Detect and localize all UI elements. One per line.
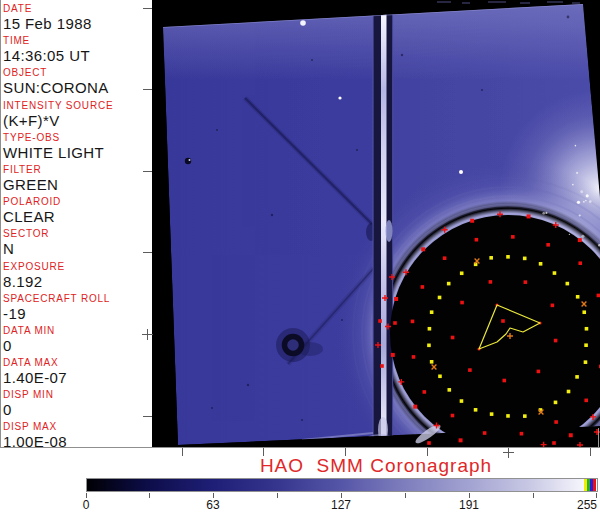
fiducial-marker <box>460 301 464 305</box>
colorbar-tick-label: 0 <box>80 499 92 511</box>
meta-entry-spacecraft-roll: SPACECRAFT ROLL -19 <box>0 292 152 324</box>
fiducial-marker <box>468 368 472 372</box>
window-border-left <box>0 0 1 447</box>
glow-speckle <box>589 200 592 203</box>
glow-speckle <box>580 190 583 193</box>
meta-value: 1.00E-08 <box>3 433 152 451</box>
fiducial-marker <box>490 412 494 416</box>
fiducial-marker <box>421 285 425 289</box>
coronagraph-image <box>152 0 600 448</box>
meta-entry-type-obs: TYPE-OBS WHITE LIGHT <box>0 131 152 163</box>
fiducial-marker <box>511 235 515 239</box>
fiducial-marker <box>597 294 600 298</box>
meta-label: OBJECT <box>3 66 152 79</box>
meta-label: POLAROID <box>3 195 152 208</box>
fiducial-marker <box>569 433 573 437</box>
meta-label: DISP MIN <box>3 388 152 401</box>
fiducial-marker <box>460 271 464 275</box>
colorbar-tick-label: 255 <box>575 499 599 511</box>
meta-entry-disp-min: DISP MIN 0 <box>0 388 152 420</box>
fiducial-marker <box>378 319 382 323</box>
fiducial-marker <box>451 414 455 418</box>
glow-speckle <box>585 200 586 201</box>
glow-speckle <box>576 172 578 174</box>
meta-label: DISP MAX <box>3 420 152 433</box>
axis-tick <box>143 89 152 90</box>
fiducial-marker <box>451 336 455 340</box>
bright-spot <box>338 96 341 99</box>
meta-entry-object: OBJECT SUN:CORONA <box>0 66 152 98</box>
fiducial-marker <box>393 321 397 325</box>
meta-value: SUN:CORONA <box>3 79 152 97</box>
fiducial-marker <box>554 420 558 424</box>
meta-label: DATE <box>3 2 152 15</box>
pylon-bright-line <box>381 3 387 441</box>
glow-speckle <box>577 201 580 204</box>
fiducial-marker <box>411 320 415 324</box>
meta-label: EXPOSURE <box>3 260 152 273</box>
fiducial-marker <box>546 243 550 247</box>
meta-value: N <box>3 240 152 258</box>
meta-entry-sector: SECTOR N <box>0 227 152 259</box>
colorbar-tick <box>277 493 278 498</box>
fiducial-marker <box>576 295 580 299</box>
fiducial-marker <box>475 238 479 242</box>
meta-entry-time: TIME 14:36:05 UT <box>0 34 152 66</box>
meta-label: TIME <box>3 34 152 47</box>
fiducial-marker <box>506 414 510 418</box>
meta-label: DATA MAX <box>3 356 152 369</box>
glow-speckle <box>581 235 584 238</box>
meta-value: 14:36:05 UT <box>3 47 152 65</box>
fiducial-marker <box>443 256 447 260</box>
fiducial-marker <box>470 219 474 223</box>
fiducial-marker <box>428 327 432 331</box>
meta-value: 0 <box>3 337 152 355</box>
glow-speckle <box>542 212 545 215</box>
colorbar-tick <box>149 493 150 498</box>
fiducial-marker <box>585 327 589 331</box>
meta-value: 8.192 <box>3 273 152 291</box>
plot-frame-right <box>598 428 599 447</box>
glow-speckle <box>583 201 585 203</box>
fiducial-marker <box>554 401 558 405</box>
fiducial-marker <box>582 310 586 314</box>
meta-value: CLEAR <box>3 208 152 226</box>
axis-tick <box>143 171 152 172</box>
fiducial-marker <box>413 405 417 409</box>
meta-value: -19 <box>3 305 152 323</box>
fiducial-marker <box>566 282 570 286</box>
meta-label: FILTER <box>3 163 152 176</box>
fiducial-marker <box>447 388 451 392</box>
fiducial-marker <box>474 408 478 412</box>
fiducial-marker <box>427 344 431 348</box>
colorbar-tick <box>533 493 534 498</box>
bright-spot <box>459 170 463 174</box>
axis-tick <box>143 252 152 253</box>
fiducial-marker <box>584 343 588 347</box>
colorbar-tick <box>405 493 406 498</box>
colorbar <box>86 478 598 492</box>
fiducial-marker <box>394 297 398 301</box>
fiducial-marker <box>489 256 493 260</box>
metadata-panel: DATE 15 Feb 1988 TIME 14:36:05 UT OBJECT… <box>0 0 152 448</box>
fiducial-marker <box>489 280 493 284</box>
fiducial-marker <box>501 319 505 323</box>
meta-label: DATA MIN <box>3 324 152 337</box>
meta-value: 0 <box>3 401 152 419</box>
fiducial-marker <box>554 339 558 343</box>
fiducial-marker <box>537 370 541 374</box>
fiducial-marker <box>584 399 588 403</box>
saturation-stripe-red <box>593 479 596 491</box>
fiducial-marker <box>520 432 524 436</box>
axis-tick-plus <box>147 329 148 340</box>
fiducial-marker <box>506 255 510 259</box>
plot-title: HAO SMM Coronagraph <box>152 455 600 477</box>
fiducial-marker <box>539 262 543 266</box>
fiducial-marker <box>578 261 582 265</box>
image-display-area <box>152 0 600 448</box>
fiducial-marker <box>423 390 427 394</box>
fiducial-marker <box>523 414 527 418</box>
meta-value: WHITE LIGHT <box>3 144 152 162</box>
fiducial-marker <box>567 390 571 394</box>
colorbar-tick-label: 63 <box>203 499 223 511</box>
